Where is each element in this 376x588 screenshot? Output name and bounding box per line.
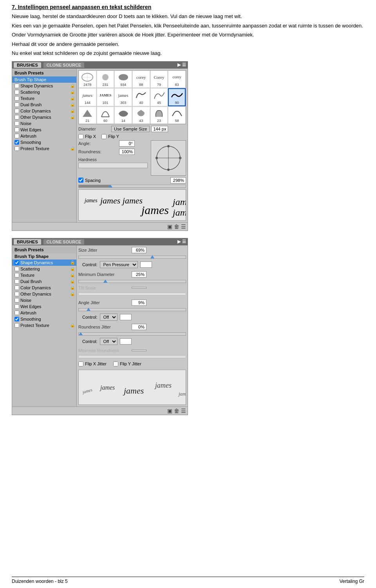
angle-jitter-slider[interactable] [78,308,186,311]
airbrush-check-2[interactable] [14,310,19,315]
sidebar-item-color-dynamics-1[interactable]: Color Dynamics 🔒 [12,108,76,114]
tab-brushes-1[interactable]: BRUSHES [14,62,41,68]
min-diameter-slider[interactable] [78,280,186,283]
protect-texture-check-2[interactable] [14,323,19,328]
shape-dynamics-check-1[interactable] [14,83,19,88]
roundness-jitter-value[interactable]: 0% [132,324,146,330]
sidebar2-item-dual-brush[interactable]: Dual Brush 🔒 [12,278,76,285]
color-dynamics-check-1[interactable] [14,109,19,113]
dual-brush-check-1[interactable] [14,102,19,107]
flip-y-check[interactable] [101,134,107,139]
angle-jitter-value[interactable]: 9% [132,299,146,306]
brush-cell-6[interactable]: james144 [79,88,96,106]
brush-cell-2[interactable]: 934 [114,71,132,88]
hardness-bar[interactable] [78,163,148,168]
wet-edges-check-2[interactable] [14,304,19,309]
brush-cell-0[interactable]: 2478 [79,71,96,88]
panel-arrow-icon-2[interactable]: ▶ [177,239,181,244]
spacing-slider[interactable] [78,185,186,188]
panel-options-icon[interactable]: ☰ [181,223,186,230]
new-brush-icon[interactable]: ▣ [167,223,172,230]
use-sample-size-btn[interactable]: Use Sample Size [111,126,150,132]
flip-x-jitter-check[interactable] [78,361,83,367]
dual-brush-check-2[interactable] [14,279,19,284]
sidebar2-item-color-dynamics[interactable]: Color Dynamics 🔒 [12,285,76,291]
sidebar2-item-scattering[interactable]: Scattering 🔒 [12,266,76,272]
scattering-check-1[interactable] [14,90,19,94]
panel-options-icon-2[interactable]: ☰ [181,408,186,414]
tab-clone-source-1[interactable]: CLONE SOURCE [43,62,85,68]
spacing-value[interactable]: 298% [170,177,186,183]
sidebar-item-texture-1[interactable]: Texture 🔒 [12,95,76,102]
size-jitter-slider[interactable] [78,256,186,259]
new-brush-icon-2[interactable]: ▣ [167,408,172,414]
other-dynamics-check-1[interactable] [14,115,19,120]
protect-texture-check-1[interactable] [14,146,19,151]
scattering-check-2[interactable] [14,267,19,271]
other-dynamics-check-2[interactable] [14,292,19,296]
min-diameter-value[interactable]: 25% [132,271,146,278]
brush-cell-3[interactable]: corey88 [132,71,150,88]
color-dynamics-check-2[interactable] [14,285,19,290]
brush-cell-11[interactable]: 90 [168,88,186,106]
sidebar-item-noise-1[interactable]: Noise [12,120,76,127]
brush-cell-14[interactable]: 14 [114,107,132,124]
sidebar2-item-noise[interactable]: Noise [12,297,76,303]
brush-cell-4[interactable]: Corey79 [150,71,168,88]
sidebar-item-airbrush-1[interactable]: Airbrush [12,133,76,139]
roundness-jitter-slider[interactable] [78,332,186,336]
diameter-value[interactable]: 144 px [151,126,168,132]
sidebar2-item-other-dynamics[interactable]: Other Dynamics 🔒 [12,291,76,297]
brush-cell-17[interactable]: 58 [168,107,186,124]
sidebar2-item-brush-presets[interactable]: Brush Presets [12,246,76,253]
shape-dynamics-check-2[interactable] [14,260,19,265]
sidebar2-item-smoothing[interactable]: Smoothing [12,316,76,322]
sidebar2-item-protect-texture[interactable]: Protect Texture 🔒 [12,322,76,328]
roundness-value[interactable]: 100% [119,149,135,155]
sidebar2-item-airbrush[interactable]: Airbrush [12,310,76,316]
tab-brushes-2[interactable]: BRUSHES [14,239,41,245]
panel-arrow-icon[interactable]: ▶ [177,62,181,67]
smoothing-check-2[interactable] [14,317,19,321]
brush-cell-13[interactable]: 60 [97,107,114,124]
sidebar-item-protect-texture-1[interactable]: Protect Texture 🔒 [12,145,76,152]
brush-cell-8[interactable]: james303 [114,88,132,106]
sidebar-item-wet-edges-1[interactable]: Wet Edges [12,127,76,133]
sidebar-item-brush-presets-1[interactable]: Brush Presets [12,69,76,76]
delete-brush-icon[interactable]: 🗑 [174,223,179,230]
sidebar2-item-texture[interactable]: Texture 🔒 [12,272,76,278]
sidebar2-item-shape-dynamics[interactable]: Shape Dynamics 🔒 [12,260,76,266]
brush-cell-7[interactable]: JAMES101 [97,88,114,106]
sidebar-item-brush-tip-shape-1[interactable]: Brush Tip Shape [12,76,76,83]
spacing-check[interactable] [78,178,83,183]
brush-cell-15[interactable]: 43 [132,107,150,124]
flip-y-jitter-check[interactable] [113,361,118,367]
brush-cell-12[interactable]: 21 [79,107,96,124]
airbrush-check-1[interactable] [14,134,19,138]
noise-check-1[interactable] [14,121,19,126]
tab-clone-source-2[interactable]: CLONE SOURCE [43,239,85,245]
brush-cell-10[interactable]: 45 [150,88,168,106]
size-jitter-value[interactable]: 69% [132,247,146,253]
sidebar-item-smoothing-1[interactable]: Smoothing [12,139,76,145]
sidebar-item-shape-dynamics-1[interactable]: Shape Dynamics 🔒 [12,83,76,89]
panel-menu-icon-2[interactable]: ☰ [182,239,186,244]
texture-check-2[interactable] [14,273,19,278]
brush-cell-16[interactable]: 23 [150,107,168,124]
wet-edges-check-1[interactable] [14,127,19,132]
texture-check-1[interactable] [14,96,19,101]
panel-menu-icon[interactable]: ☰ [182,62,186,67]
flip-x-check[interactable] [78,134,83,139]
angle-value[interactable]: 0° [119,140,135,147]
sidebar2-item-wet-edges[interactable]: Wet Edges [12,303,76,310]
delete-brush-icon-2[interactable]: 🗑 [174,408,179,414]
brush-cell-9[interactable]: 40 [132,88,150,106]
control-off-select-1[interactable]: Off [100,314,118,321]
control-off-select-2[interactable]: Off [100,338,118,345]
pen-pressure-select[interactable]: Pen Pressure [100,261,138,268]
noise-check-2[interactable] [14,298,19,303]
brush-cell-5[interactable]: corey83 [168,71,186,88]
sidebar-item-scattering-1[interactable]: Scattering 🔒 [12,89,76,95]
sidebar-item-dual-brush-1[interactable]: Dual Brush 🔒 [12,102,76,108]
smoothing-check-1[interactable] [14,140,19,145]
